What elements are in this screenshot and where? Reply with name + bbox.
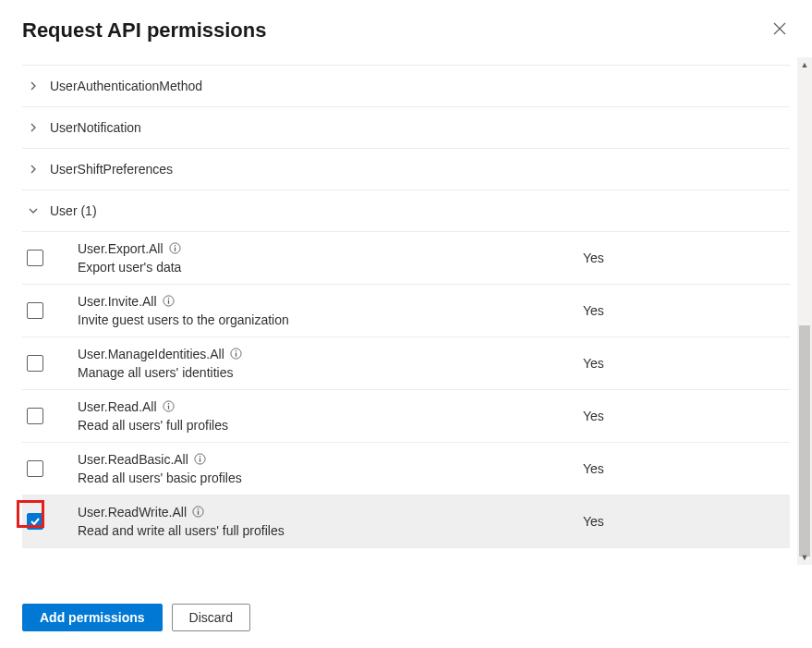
permission-checkbox[interactable] [27,302,43,319]
svg-point-4 [167,298,168,299]
group-label: UserNotification [50,120,141,135]
admin-consent-value: Yes [583,461,786,476]
chevron-right-icon [26,162,41,177]
permission-name: User.ReadWrite.All [78,505,187,520]
svg-rect-2 [174,248,175,251]
svg-point-7 [236,350,236,351]
svg-rect-5 [167,300,168,304]
permission-description: Invite guest users to the organization [78,312,583,327]
page-title: Request API permissions [22,18,266,43]
permission-row: User.Invite.All Invite guest users to th… [22,285,790,337]
panel-header: Request API permissions [22,18,790,43]
info-icon[interactable] [194,453,207,466]
info-icon[interactable] [169,242,182,255]
permission-description: Read and write all users' full profiles [78,523,583,538]
permission-group-user[interactable]: User (1) [22,190,790,232]
permission-description: Manage all users' identities [78,365,583,380]
permission-checkbox[interactable] [27,355,43,372]
group-label: User (1) [50,203,97,218]
chevron-right-icon [26,120,41,135]
scrollbar-down-arrow-icon[interactable]: ▼ [797,550,812,565]
permission-group-usernotification[interactable]: UserNotification [22,107,790,149]
discard-button[interactable]: Discard [172,604,250,631]
admin-consent-value: Yes [583,409,786,423]
permission-row: User.ManageIdentities.All Manage all use… [22,337,790,390]
permission-group-userauthmethod[interactable]: UserAuthenticationMethod [22,66,790,107]
scrollbar-up-arrow-icon[interactable]: ▲ [797,57,812,72]
permission-name: User.ManageIdentities.All [78,347,224,361]
chevron-right-icon [26,79,41,93]
info-icon[interactable] [192,506,205,519]
info-icon[interactable] [163,400,176,413]
permission-row: User.Read.All Read all users' full profi… [22,390,790,443]
permission-name: User.ReadBasic.All [78,452,188,467]
group-label: UserShiftPreferences [50,162,173,177]
svg-point-13 [200,456,200,457]
permission-description: Read all users' basic profiles [78,471,583,485]
permission-name: User.Read.All [78,399,157,414]
svg-point-1 [174,245,175,246]
add-permissions-button[interactable]: Add permissions [22,604,163,631]
svg-rect-14 [200,458,200,462]
permission-row: User.ReadBasic.All Read all users' basic… [22,443,790,495]
permission-description: Export user's data [78,260,583,275]
svg-rect-11 [167,406,168,410]
permission-name: User.Export.All [78,241,164,256]
admin-consent-value: Yes [583,514,786,529]
svg-rect-17 [198,511,199,515]
permission-checkbox[interactable] [27,460,43,477]
info-icon[interactable] [163,295,176,308]
permission-checkbox[interactable] [27,408,43,424]
permission-name: User.Invite.All [78,294,157,309]
permission-row: User.ReadWrite.All Read and write all us… [22,495,790,548]
permission-group-usershiftprefs[interactable]: UserShiftPreferences [22,149,790,190]
scrollbar-track[interactable]: ▲ ▼ [797,57,812,565]
footer-actions: Add permissions Discard [0,587,812,648]
admin-consent-value: Yes [583,356,786,371]
scrollbar-thumb[interactable] [799,325,810,556]
permission-row: User.Export.All Export user's data Yes [22,232,790,285]
svg-point-10 [167,403,168,404]
svg-point-16 [198,508,199,509]
admin-consent-value: Yes [583,303,786,318]
admin-consent-value: Yes [583,251,786,265]
annotation-highlight [17,500,44,528]
group-label: UserAuthenticationMethod [50,79,202,93]
permission-description: Read all users' full profiles [78,418,583,433]
close-icon[interactable] [770,18,790,43]
permission-checkbox[interactable] [27,250,43,266]
chevron-down-icon [26,203,41,218]
info-icon[interactable] [230,348,243,361]
svg-rect-8 [236,353,236,357]
